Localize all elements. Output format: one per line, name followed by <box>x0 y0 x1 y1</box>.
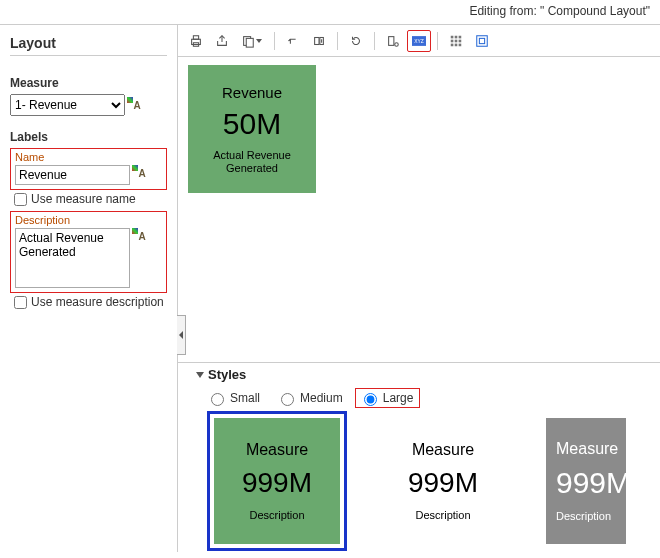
canvas-area: Revenue 50M Actual Revenue Generated <box>178 57 660 362</box>
description-highlight-box: Description <box>10 211 167 293</box>
use-measure-description-checkbox[interactable] <box>14 296 27 309</box>
style-tiles-row: Measure 999M Description Measure 999M De… <box>196 418 650 544</box>
tile-description: Description <box>249 509 304 521</box>
use-measure-name-label: Use measure name <box>31 192 136 207</box>
use-measure-description-label: Use measure description <box>31 295 164 310</box>
print-icon[interactable] <box>184 30 208 52</box>
separator <box>437 32 438 50</box>
use-measure-name-row[interactable]: Use measure name <box>14 192 167 207</box>
svg-rect-5 <box>315 37 319 44</box>
tile-value: 50M <box>223 107 281 141</box>
xyz-button[interactable]: XYZ <box>407 30 431 52</box>
editing-from-label: Editing from: <box>469 4 536 18</box>
clipboard-icon[interactable] <box>236 30 268 52</box>
style-tile-green[interactable]: Measure 999M Description <box>214 418 340 544</box>
toolbar: XYZ <box>178 25 660 57</box>
name-highlight-box: Name <box>10 148 167 190</box>
size-radio-medium[interactable] <box>281 393 294 406</box>
properties-icon[interactable] <box>381 30 405 52</box>
svg-rect-11 <box>451 35 454 38</box>
tile-title: Revenue <box>222 84 282 101</box>
name-box-title: Name <box>15 151 162 163</box>
editing-from-bar: Editing from: " Compound Layout" <box>0 0 660 24</box>
sidebar-title: Layout <box>10 35 167 56</box>
svg-point-8 <box>395 42 399 46</box>
format-icon[interactable] <box>129 97 145 113</box>
format-icon[interactable] <box>134 165 150 181</box>
measure-label: Measure <box>10 76 167 90</box>
svg-rect-16 <box>459 39 462 42</box>
tile-description: Description <box>415 509 470 521</box>
preview-tile[interactable]: Revenue 50M Actual Revenue Generated <box>188 65 316 193</box>
tile-description: Actual Revenue Generated <box>192 149 312 175</box>
tile-value: 999M <box>408 467 478 499</box>
svg-rect-14 <box>451 39 454 42</box>
styles-panel: Styles Small Medium Large Measure <box>178 362 660 552</box>
measure-select[interactable]: 1- Revenue <box>10 94 125 116</box>
svg-rect-21 <box>479 38 484 43</box>
separator <box>374 32 375 50</box>
disclosure-triangle-icon <box>196 372 204 378</box>
size-radio-small[interactable] <box>211 393 224 406</box>
svg-rect-20 <box>477 35 488 46</box>
svg-rect-15 <box>455 39 458 42</box>
format-icon[interactable] <box>134 228 150 244</box>
content-area: XYZ Revenue 50M Actual Revenue Generated… <box>178 25 660 552</box>
svg-text:XYZ: XYZ <box>414 39 424 44</box>
export-icon[interactable] <box>210 30 234 52</box>
svg-rect-12 <box>455 35 458 38</box>
grid-icon[interactable] <box>444 30 468 52</box>
layout-sidebar: Layout Measure 1- Revenue Labels Name Us… <box>0 25 178 552</box>
editing-from-value: " Compound Layout" <box>540 4 650 18</box>
tile-title: Measure <box>556 440 618 458</box>
size-radio-large[interactable] <box>364 393 377 406</box>
separator <box>274 32 275 50</box>
styles-header[interactable]: Styles <box>196 367 650 382</box>
styles-header-label: Styles <box>208 367 246 382</box>
size-radio-row: Small Medium Large <box>196 388 650 408</box>
svg-rect-7 <box>389 36 394 45</box>
svg-rect-18 <box>455 43 458 46</box>
svg-rect-1 <box>193 35 198 39</box>
container-icon[interactable] <box>470 30 494 52</box>
separator <box>337 32 338 50</box>
tile-value: 999M <box>242 467 312 499</box>
chevron-down-icon <box>255 39 263 43</box>
redo-icon[interactable] <box>307 30 331 52</box>
description-input[interactable] <box>15 228 130 288</box>
size-option-medium[interactable]: Medium <box>272 390 347 406</box>
refresh-icon[interactable] <box>344 30 368 52</box>
description-box-title: Description <box>15 214 162 226</box>
tile-title: Measure <box>412 441 474 459</box>
style-tile-gray[interactable]: Measure 999M Description <box>546 418 626 544</box>
use-measure-description-row[interactable]: Use measure description <box>14 295 167 310</box>
size-option-large[interactable]: Large <box>355 388 421 408</box>
collapse-sidebar-handle[interactable] <box>177 315 186 355</box>
svg-rect-13 <box>459 35 462 38</box>
size-option-small[interactable]: Small <box>202 390 264 406</box>
use-measure-name-checkbox[interactable] <box>14 193 27 206</box>
labels-label: Labels <box>10 130 167 144</box>
undo-icon[interactable] <box>281 30 305 52</box>
svg-rect-19 <box>459 43 462 46</box>
tile-title: Measure <box>246 441 308 459</box>
tile-description: Description <box>556 510 611 522</box>
tile-value: 999M <box>556 466 631 500</box>
svg-rect-17 <box>451 43 454 46</box>
name-input[interactable] <box>15 165 130 185</box>
svg-rect-4 <box>246 38 253 47</box>
style-tile-white[interactable]: Measure 999M Description <box>380 418 506 544</box>
